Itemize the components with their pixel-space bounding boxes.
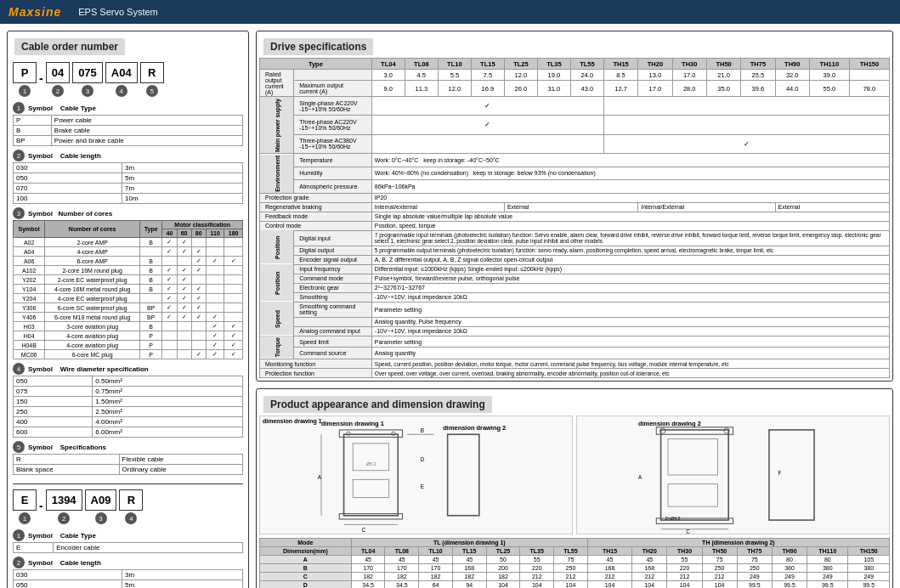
product-drawing-title: Product appearance and dimension drawing <box>263 396 492 413</box>
header: Maxsine EPS Servo System <box>0 0 900 24</box>
header-title: EPS Servo System <box>78 7 158 17</box>
cable-order-title: Cable order number <box>14 38 125 55</box>
cable-type-table: PPower cable BBrake cable BPPower and br… <box>13 115 243 146</box>
group2-header: 2 Symbol Cable length <box>13 150 243 161</box>
product-drawing-section: Product appearance and dimension drawing… <box>256 388 893 588</box>
svg-rect-1 <box>344 434 399 516</box>
svg-text:A: A <box>638 474 642 480</box>
group4-header: 4 Symbol Wire diameter specification <box>13 363 243 375</box>
spec5-table: RFlexible cable Blank spaceOrdinary cabl… <box>13 454 243 475</box>
drawing-diagrams: dimension drawing 1 dimension drawing 1 <box>259 416 890 534</box>
group1-header: 1 Symbol Cable Type <box>13 102 243 114</box>
cable-order-section: Cable order number P 1 - 04 2 <box>7 31 249 588</box>
right-panel: Drive specifications Type TL04 TL08 TL10… <box>256 31 893 588</box>
group5-header: 5 Symbol Specifications <box>13 441 243 453</box>
svg-text:D: D <box>421 456 425 462</box>
th-drawing: dimension drawing 2 2×Ø4.5 <box>576 416 890 534</box>
svg-text:dimension drawing 2: dimension drawing 2 <box>443 424 506 432</box>
left-panel: Cable order number P 1 - 04 2 <box>7 31 249 588</box>
group3-header: 3 Symbol Number of cores <box>13 207 243 219</box>
seg-075: 075 3 <box>72 62 103 97</box>
tl-drawing: dimension drawing 1 dimension drawing 1 <box>259 416 573 534</box>
dash2: - <box>39 499 43 524</box>
svg-rect-2 <box>339 430 402 437</box>
svg-text:A: A <box>318 474 322 480</box>
b-cable-type-table: EEncoder cable <box>13 542 243 553</box>
cores-table: Symbol Number of cores Type Motor classi… <box>13 220 243 359</box>
b-group1-header: 1 Symbol Cable Type <box>13 529 243 541</box>
wire-diameter-table: 0500.50mm² 0750.75mm² 1501.50mm² 2502.50… <box>13 376 243 438</box>
svg-text:Ø5.2: Ø5.2 <box>366 461 376 466</box>
seg-04: 04 2 <box>46 62 70 97</box>
logo: Maxsine <box>8 5 61 19</box>
svg-text:E: E <box>421 483 424 489</box>
svg-text:C: C <box>362 527 366 533</box>
svg-rect-25 <box>668 439 717 475</box>
main-content: Cable order number P 1 - 04 2 <box>0 24 900 588</box>
dimension-table: Mode TL (dimension drawing 1) TH (dimens… <box>259 538 890 588</box>
b-cable-length-table: 0303m 0505m 0707m 10010m <box>13 569 243 588</box>
cable-order-content: P 1 - 04 2 075 3 A04 <box>8 57 248 588</box>
svg-text:F: F <box>778 470 782 476</box>
svg-text:C: C <box>686 529 690 534</box>
seg-A09: A09 3 <box>85 489 117 524</box>
svg-text:dimension drawing 2: dimension drawing 2 <box>638 420 701 427</box>
svg-rect-21 <box>656 427 733 434</box>
seg-A04: A04 4 <box>105 62 138 97</box>
svg-rect-26 <box>668 484 717 507</box>
seg-E: E 1 <box>13 489 37 524</box>
encoder-cable-section: E 1 - 1394 2 A09 3 <box>13 483 243 588</box>
cable-length-table: 0303m 0505m 0707m 10010m <box>13 162 243 204</box>
drive-spec-title: Drive specifications <box>263 38 373 55</box>
svg-text:dimension drawing 1: dimension drawing 1 <box>321 420 384 427</box>
seg-R2: R 4 <box>119 489 143 524</box>
svg-rect-7 <box>353 479 388 497</box>
tl-drawing-svg: dimension drawing 1 <box>260 416 572 534</box>
svg-text:2×Ø4.5: 2×Ø4.5 <box>665 516 681 521</box>
svg-rect-5 <box>339 514 402 519</box>
dash1: - <box>39 71 43 97</box>
drive-spec-table: Type TL04 TL08 TL10 TL15 TL25 TL35 TL55 … <box>259 58 890 378</box>
svg-rect-17 <box>448 434 479 516</box>
seg-1394: 1394 2 <box>46 489 82 524</box>
seg-P: P 1 <box>13 62 37 97</box>
th-drawing-svg: dimension drawing 2 2×Ø4.5 <box>577 416 889 534</box>
page: Maxsine EPS Servo System Cable order num… <box>0 0 900 588</box>
seg-R1: R 5 <box>140 62 164 97</box>
drive-spec-section: Drive specifications Type TL04 TL08 TL10… <box>256 31 893 382</box>
b-group2-header: 2 Symbol Cable length <box>13 557 243 568</box>
svg-rect-31 <box>769 430 814 520</box>
svg-text:B: B <box>421 427 424 433</box>
